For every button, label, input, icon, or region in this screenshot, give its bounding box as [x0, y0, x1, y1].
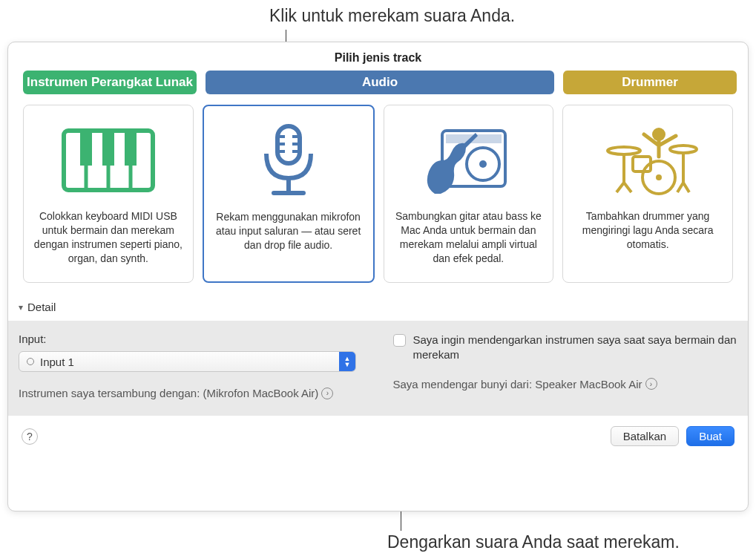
tab-drummer[interactable]: Drummer [563, 71, 737, 94]
monitoring-checkbox[interactable] [393, 334, 406, 347]
detail-panel: Input: Input 1 ▲▼ Instrumen saya tersamb… [8, 321, 748, 416]
card-drummer-desc: Tambahkan drummer yang mengiringi lagu A… [572, 209, 723, 252]
guitar-amp-icon [420, 116, 516, 205]
dialog-title: Pilih jenis track [8, 42, 748, 71]
svg-point-29 [656, 174, 662, 180]
svg-rect-5 [102, 132, 114, 166]
input-label: Input: [19, 333, 364, 345]
new-track-dialog: Pilih jenis track Instrumen Perangkat Lu… [7, 42, 749, 511]
card-audio-guitar[interactable]: Sambungkan gitar atau bass ke Mac Anda u… [384, 105, 554, 283]
select-stepper-icon: ▲▼ [339, 352, 355, 371]
tab-audio[interactable]: Audio [206, 71, 554, 94]
track-type-tabs: Instrumen Perangkat Lunak Audio Drummer [8, 71, 748, 94]
detail-label: Detail [27, 301, 56, 313]
input-device-text[interactable]: Instrumen saya tersambung dengan: (Mikro… [19, 387, 364, 399]
output-device-label: Saya mendengar bunyi dari: Speaker MacBo… [393, 378, 642, 390]
input-channel-icon [27, 358, 34, 365]
card-audio-mic[interactable]: Rekam menggunakan mikrofon atau input sa… [203, 105, 375, 283]
microphone-icon [248, 117, 329, 206]
go-arrow-icon: › [321, 388, 333, 399]
input-select-value: Input 1 [40, 356, 74, 368]
card-software-desc: Colokkan keyboard MIDI USB untuk bermain… [33, 209, 184, 266]
detail-input-column: Input: Input 1 ▲▼ Instrumen saya tersamb… [19, 333, 364, 399]
detail-monitor-column: Saya ingin mendengarkan instrumen saya s… [393, 333, 738, 399]
tab-software-instrument[interactable]: Instrumen Perangkat Lunak [23, 71, 197, 94]
card-drummer[interactable]: Tambahkan drummer yang mengiringi lagu A… [562, 105, 733, 283]
card-mic-desc: Rekam menggunakan mikrofon atau input sa… [213, 210, 364, 252]
output-device-text[interactable]: Saya mendengar bunyi dari: Speaker MacBo… [393, 378, 738, 390]
drummer-icon [596, 116, 700, 205]
track-cards: Colokkan keyboard MIDI USB untuk bermain… [8, 94, 748, 283]
cancel-button[interactable]: Batalkan [611, 426, 679, 446]
svg-rect-6 [125, 132, 137, 166]
monitoring-label: Saya ingin mendengarkan instrumen saya s… [413, 333, 738, 363]
create-button[interactable]: Buat [686, 426, 734, 446]
card-guitar-desc: Sambungkan gitar atau bass ke Mac Anda u… [393, 209, 545, 266]
detail-disclosure[interactable]: ▾ Detail [8, 283, 748, 321]
svg-point-20 [479, 160, 487, 168]
keyboard-icon [60, 116, 157, 205]
dialog-footer: ? Batalkan Buat [8, 416, 748, 457]
svg-rect-4 [80, 132, 92, 166]
go-arrow-icon: › [645, 378, 657, 390]
input-device-label: Instrumen saya tersambung dengan: (Mikro… [19, 387, 318, 399]
help-button[interactable]: ? [22, 428, 38, 445]
card-software-instrument[interactable]: Colokkan keyboard MIDI USB untuk bermain… [23, 105, 194, 283]
callout-bottom-text: Dengarkan suara Anda saat merekam. [387, 532, 680, 552]
chevron-down-icon: ▾ [19, 302, 23, 313]
callout-top-text: Klik untuk merekam suara Anda. [269, 6, 515, 26]
input-select[interactable]: Input 1 ▲▼ [19, 351, 356, 372]
